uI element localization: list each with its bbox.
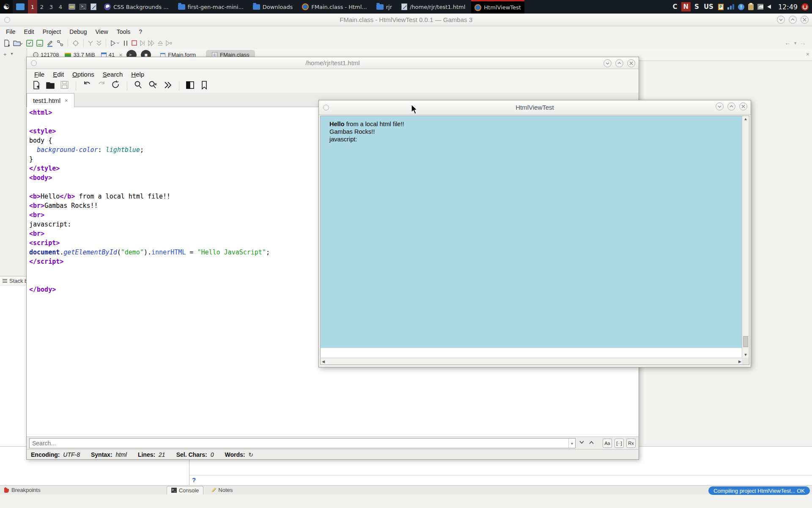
webview-content[interactable]: Hello from a local html file!!Gambas Roc… <box>321 116 743 348</box>
taskbar-task[interactable]: Downloads <box>250 0 296 14</box>
refresh-words-icon[interactable]: ↻ <box>248 451 253 458</box>
tab-console[interactable]: >_ Console <box>167 486 204 494</box>
network-signal-icon[interactable] <box>727 4 734 10</box>
tray-indicator[interactable]: US <box>703 3 714 11</box>
search-icon[interactable] <box>133 80 143 92</box>
side-panel-icon[interactable] <box>185 80 195 92</box>
scroll-down-icon[interactable]: ▼ <box>742 353 749 357</box>
taskbar-task[interactable]: HtmlViewTest <box>471 0 524 14</box>
window-menu-icon[interactable] <box>4 17 10 23</box>
editor-titlebar[interactable]: /home/rjr/test1.html <box>27 57 639 69</box>
compile-icon[interactable] <box>87 39 94 47</box>
editor-close-button[interactable] <box>627 59 635 67</box>
run-icon[interactable] <box>110 39 121 47</box>
menu-item[interactable]: Project <box>38 28 66 35</box>
menu-item[interactable]: File <box>30 71 49 78</box>
viewer-maximize-button[interactable] <box>727 102 735 110</box>
volume-icon[interactable] <box>767 5 771 9</box>
horizontal-scrollbar[interactable]: ◀ ▶ <box>321 358 743 364</box>
regex-button[interactable]: Rx <box>626 439 636 448</box>
menu-item[interactable]: Tools <box>112 28 135 35</box>
vscroll-thumb[interactable] <box>743 336 748 347</box>
search-replace-icon[interactable] <box>148 80 159 92</box>
scroll-left-icon[interactable]: ◀ <box>322 359 325 364</box>
open-project-icon[interactable] <box>13 39 24 47</box>
stop-icon[interactable] <box>131 39 137 47</box>
vertical-scrollbar[interactable]: ▲ ▼ <box>742 116 749 358</box>
maximize-button[interactable] <box>789 16 797 24</box>
tab-test1-html[interactable]: test1.html × <box>27 93 74 107</box>
parcellite-icon[interactable]: P <box>718 4 724 10</box>
editor-window-menu-icon[interactable] <box>31 60 37 66</box>
menu-item[interactable]: Edit <box>49 71 68 78</box>
wm-logo-icon[interactable]: ☯ <box>0 0 13 14</box>
find-next-icon[interactable] <box>578 440 585 446</box>
editor-maximize-button[interactable] <box>615 59 623 67</box>
step-into-icon[interactable] <box>139 39 146 47</box>
stack-backtrace-header[interactable]: Stack b <box>0 276 27 285</box>
menu-item[interactable]: View <box>91 28 112 35</box>
workspace-button[interactable]: 2 <box>37 0 47 14</box>
save-file-icon[interactable] <box>60 80 70 92</box>
archive-manager-icon[interactable] <box>69 4 75 10</box>
taskbar-task[interactable]: CSS Backgrounds ... <box>101 0 172 14</box>
pause-icon[interactable] <box>122 39 129 47</box>
collapse-icon[interactable]: ▾ <box>11 51 13 58</box>
menu-item[interactable]: Search <box>99 71 127 78</box>
save-project-icon[interactable] <box>25 39 34 47</box>
editor-minimize-button[interactable] <box>604 59 612 67</box>
step-over-icon[interactable] <box>148 39 155 47</box>
menu-item[interactable]: Debug <box>65 28 91 35</box>
menu-item[interactable]: Options <box>68 71 99 78</box>
open-file-icon[interactable] <box>45 80 55 92</box>
scroll-up-icon[interactable]: ▲ <box>742 117 749 121</box>
reload-icon[interactable] <box>111 80 121 92</box>
run-until-icon[interactable] <box>165 39 173 47</box>
close-button[interactable] <box>801 16 809 24</box>
viewer-close-button[interactable] <box>739 102 747 110</box>
new-file-icon[interactable] <box>3 39 11 47</box>
search-input[interactable] <box>30 439 568 448</box>
save-all-icon[interactable] <box>36 39 44 47</box>
tray-indicator[interactable]: C <box>672 3 678 11</box>
tab-close-icon[interactable]: × <box>65 97 68 104</box>
text-editor-icon[interactable] <box>91 3 96 10</box>
tray-indicator[interactable]: N <box>681 2 691 11</box>
menu-item[interactable]: File <box>2 28 20 35</box>
workspace-button[interactable]: 4 <box>56 0 65 14</box>
search-field[interactable]: ▾ <box>29 438 576 448</box>
minimize-button[interactable] <box>777 16 785 24</box>
more-chevrons-icon[interactable] <box>163 80 173 92</box>
properties-gear-icon[interactable] <box>71 39 80 47</box>
scroll-right-icon[interactable]: ▶ <box>738 359 741 364</box>
back-arrow-icon[interactable]: ← <box>785 39 791 47</box>
nav-dropdown-icon[interactable]: ▾ <box>794 39 796 47</box>
taskbar-task[interactable]: /home/rjr/test1.html <box>398 0 469 14</box>
new-file-icon[interactable] <box>32 80 41 92</box>
clipboard-icon[interactable] <box>748 4 754 10</box>
tab-notes[interactable]: Notes <box>207 486 237 494</box>
notification-icon[interactable]: ! <box>738 4 744 10</box>
edit-icon[interactable] <box>46 39 54 47</box>
undo-icon[interactable] <box>82 80 92 92</box>
terminal-icon[interactable]: >_ <box>80 4 86 10</box>
breakpoints-label[interactable]: Breakpoints <box>11 487 41 493</box>
refactor-icon[interactable] <box>56 39 64 47</box>
match-case-button[interactable]: Aa <box>603 439 612 448</box>
bookmark-icon[interactable] <box>200 80 209 92</box>
power-button-icon[interactable] <box>801 3 809 11</box>
redo-icon[interactable] <box>96 80 107 92</box>
console-input-row[interactable]: ? <box>189 475 812 485</box>
workspace-button[interactable]: 3 <box>47 0 56 14</box>
step-out-icon[interactable] <box>157 39 164 47</box>
close-tabs-icon[interactable]: × <box>806 51 809 58</box>
search-history-dropdown-icon[interactable]: ▾ <box>568 439 575 448</box>
viewer-minimize-button[interactable] <box>716 102 724 110</box>
viewer-window-menu-icon[interactable] <box>323 105 329 110</box>
taskbar-task[interactable]: first-gen-mac-mini... <box>175 0 247 14</box>
taskbar-task[interactable]: FMain.class - Html... <box>299 0 370 14</box>
menu-item[interactable]: Edit <box>20 28 38 35</box>
add-icon[interactable]: + <box>3 51 7 58</box>
forward-arrow-icon[interactable]: → <box>800 39 806 47</box>
taskbar-task[interactable]: rjr <box>373 0 395 14</box>
